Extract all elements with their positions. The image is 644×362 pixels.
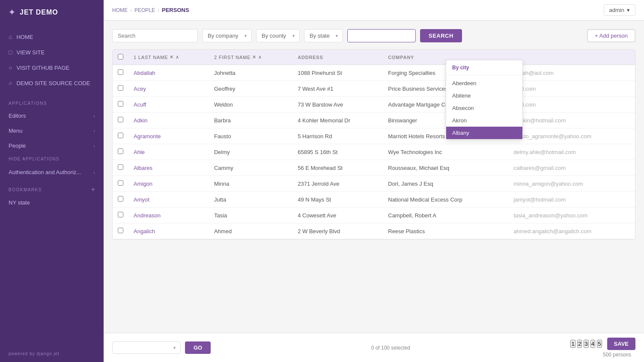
- row-checkbox[interactable]: [118, 228, 123, 233]
- last-name-sort[interactable]: 1 LAST NAME ✕ ∧: [134, 54, 179, 60]
- sort-index-2: 2: [214, 55, 217, 60]
- last-name-link[interactable]: Acey: [134, 86, 146, 92]
- row-checkbox-cell: [113, 113, 128, 128]
- page-5-button[interactable]: 5: [597, 340, 602, 348]
- bulk-action-select[interactable]: [112, 341, 181, 354]
- by-state-select[interactable]: By state: [304, 29, 343, 42]
- breadcrumb-sep-1: ›: [130, 7, 132, 13]
- city-option-absecon[interactable]: Absecon: [446, 102, 522, 114]
- add-person-button[interactable]: + Add person: [587, 29, 635, 42]
- page-2-button[interactable]: 2: [577, 340, 582, 348]
- sidebar-item-auth[interactable]: Authentication and Authoriz... ›: [0, 165, 104, 180]
- row-first-name: Johnetta: [209, 65, 292, 81]
- select-all-checkbox[interactable]: [118, 54, 123, 59]
- row-email: delmy.ahle@hotmail.com: [508, 144, 635, 160]
- row-checkbox[interactable]: [118, 180, 123, 186]
- row-address: 73 W Barstow Ave: [292, 97, 383, 113]
- breadcrumb-home[interactable]: HOME: [112, 7, 128, 13]
- row-last-name: Adkin: [128, 113, 209, 128]
- row-checkbox[interactable]: [118, 117, 123, 122]
- sidebar-item-people[interactable]: People ›: [0, 138, 104, 153]
- topbar: HOME › PEOPLE › PERSONS admin ▾: [104, 0, 644, 21]
- sidebar-item-people-label: People: [9, 142, 26, 149]
- row-checkbox[interactable]: [118, 85, 123, 91]
- hide-applications-btn[interactable]: HIDE APPLICATIONS: [0, 153, 104, 165]
- city-option-abilene[interactable]: Abilene: [446, 89, 522, 102]
- breadcrumb-people[interactable]: PEOPLE: [134, 7, 155, 13]
- city-option-aberdeen[interactable]: Aberdeen: [446, 77, 522, 89]
- row-checkbox[interactable]: [118, 101, 123, 107]
- page-3-button[interactable]: 3: [584, 340, 588, 348]
- by-company-select[interactable]: By company: [202, 29, 252, 42]
- sidebar-item-demo-source[interactable]: ○ DEMO SITE SOURCE CODE: [0, 75, 104, 91]
- search-input[interactable]: [112, 29, 198, 42]
- row-checkbox[interactable]: [118, 69, 123, 75]
- row-company: Rousseaux, Michael Esq: [383, 160, 508, 176]
- last-name-link[interactable]: Andreason: [134, 212, 161, 219]
- page-1-button[interactable]: 1: [570, 340, 575, 348]
- row-company: National Medical Excess Corp: [383, 192, 508, 208]
- last-name-link[interactable]: Amigon: [134, 181, 152, 187]
- row-email: jamyot@hotmail.com: [508, 192, 635, 208]
- last-name-link[interactable]: Abdallah: [134, 70, 155, 76]
- row-first-name: Fausto: [209, 128, 292, 144]
- persons-table: 1 LAST NAME ✕ ∧ 2 FIRST NAME ✕ ∧: [113, 50, 635, 239]
- row-checkbox-cell: [113, 223, 128, 239]
- city-option-albany[interactable]: Albany: [446, 127, 522, 139]
- sidebar-item-editors[interactable]: Editors ›: [0, 108, 104, 123]
- row-checkbox[interactable]: [118, 148, 123, 154]
- row-checkbox-cell: [113, 81, 128, 97]
- last-name-link[interactable]: Albares: [134, 165, 152, 171]
- first-name-sort[interactable]: 2 FIRST NAME ✕ ∧: [214, 54, 262, 60]
- save-button[interactable]: SAVE: [607, 338, 635, 350]
- sidebar-item-view-site[interactable]: □ VIEW SITE: [0, 45, 104, 60]
- page-4-button[interactable]: 4: [590, 340, 595, 348]
- sidebar-item-home[interactable]: ⌂ HOME: [0, 29, 104, 45]
- row-first-name: Delmy: [209, 144, 292, 160]
- table-header-row: 1 LAST NAME ✕ ∧ 2 FIRST NAME ✕ ∧: [113, 50, 635, 65]
- go-button[interactable]: GO: [185, 341, 211, 354]
- last-name-link[interactable]: Amyot: [134, 196, 149, 203]
- bookmark-ny-state[interactable]: NY state: [0, 196, 104, 209]
- row-checkbox[interactable]: [118, 212, 123, 217]
- row-company: Wye Technologies Inc: [383, 144, 508, 160]
- admin-dropdown[interactable]: admin ▾: [604, 4, 635, 16]
- code-icon: ○: [9, 80, 12, 86]
- row-address: 5 Harrison Rd: [292, 128, 383, 144]
- row-last-name: Acey: [128, 81, 209, 97]
- table-row: Acey Geoffrey 7 West Ave #1 Price Busine…: [113, 81, 635, 97]
- row-address: 56 E Morehead St: [292, 160, 383, 176]
- table-row: Amigon Minna 2371 Jerrold Ave Dorl, Jame…: [113, 176, 635, 192]
- last-name-link[interactable]: Agramonte: [134, 133, 161, 139]
- row-checkbox[interactable]: [118, 133, 123, 138]
- sidebar-item-auth-label: Authentication and Authoriz...: [9, 169, 81, 175]
- by-county-wrapper: By county: [256, 29, 300, 42]
- city-option-akron[interactable]: Akron: [446, 114, 522, 127]
- row-checkbox-cell: [113, 97, 128, 113]
- row-checkbox-cell: [113, 208, 128, 223]
- last-name-link[interactable]: Acuff: [134, 101, 146, 108]
- row-checkbox[interactable]: [118, 196, 123, 202]
- table-body: Abdallah Johnetta 1088 Pinehurst St Forg…: [113, 65, 635, 239]
- breadcrumb: HOME › PEOPLE › PERSONS: [112, 7, 189, 13]
- content-area: By company By county By state SEARCH + A…: [104, 21, 644, 333]
- last-name-link[interactable]: Adkin: [134, 117, 148, 124]
- total-count: 500 persons: [603, 352, 631, 358]
- bookmarks-label: BOOKMARKS: [9, 187, 42, 192]
- sidebar-item-github[interactable]: ○ VISIT GITHUB PAGE: [0, 60, 104, 75]
- last-name-link[interactable]: Ahle: [134, 149, 145, 155]
- search-button[interactable]: SEARCH: [420, 29, 462, 42]
- add-bookmark-button[interactable]: +: [91, 186, 95, 193]
- row-last-name: Abdallah: [128, 65, 209, 81]
- row-company: Campbell, Robert A: [383, 208, 508, 223]
- table-row: Adkin Barbra 4 Kohler Memorial Dr Binswa…: [113, 113, 635, 128]
- last-name-link[interactable]: Angalich: [134, 228, 155, 234]
- main-content: HOME › PEOPLE › PERSONS admin ▾ By compa…: [104, 0, 644, 362]
- table-row: Acuff Weldon 73 W Barstow Ave Advantage …: [113, 97, 635, 113]
- by-county-select[interactable]: By county: [256, 29, 300, 42]
- row-email: badkin@hotmail.com: [508, 113, 635, 128]
- row-checkbox[interactable]: [118, 164, 123, 170]
- sidebar-item-menu[interactable]: Menu ›: [0, 123, 104, 138]
- row-last-name: Acuff: [128, 97, 209, 113]
- city-search-input[interactable]: [347, 29, 416, 42]
